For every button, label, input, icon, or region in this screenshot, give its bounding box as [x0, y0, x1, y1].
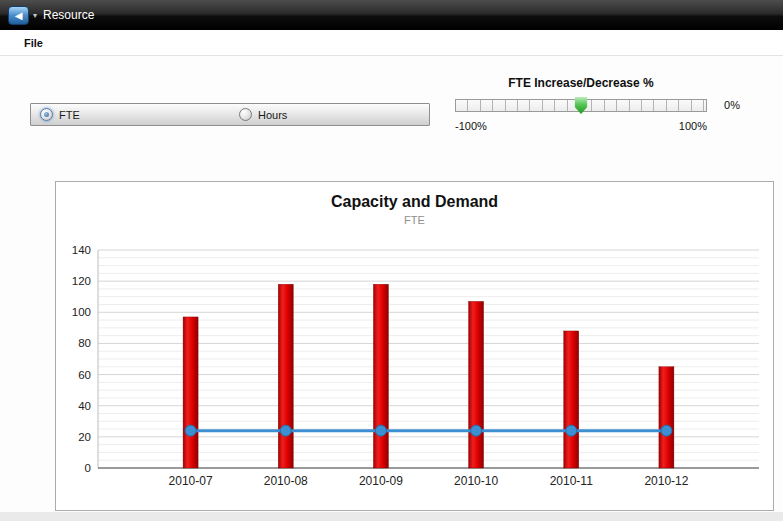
demand-bar-2010-12 [659, 367, 674, 468]
capacity-marker-2010-08 [280, 425, 291, 436]
svg-text:2010-09: 2010-09 [359, 474, 403, 488]
svg-text:140: 140 [72, 244, 91, 256]
svg-text:2010-12: 2010-12 [644, 474, 688, 488]
capacity-marker-2010-12 [661, 425, 672, 436]
radio-icon [40, 108, 53, 121]
capacity-marker-2010-10 [471, 425, 482, 436]
dropdown-caret-icon[interactable]: ▾ [33, 11, 37, 20]
radio-icon [239, 108, 252, 121]
chart-subtitle: FTE [56, 214, 773, 226]
slider-max-label: 100% [679, 120, 707, 132]
fte-adjust-slider-panel: FTE Increase/Decrease % 0% -100% 100% [455, 76, 707, 132]
svg-text:0: 0 [85, 462, 91, 474]
demand-bar-2010-07 [183, 317, 198, 468]
capacity-demand-chart: 0204060801001201402010-072010-082010-092… [56, 226, 773, 504]
window-title: Resource [43, 8, 94, 22]
demand-bar-2010-09 [373, 284, 388, 468]
radio-option-fte[interactable]: FTE [31, 108, 230, 121]
radio-option-label: Hours [258, 109, 287, 121]
svg-text:120: 120 [72, 275, 91, 287]
svg-text:2010-10: 2010-10 [454, 474, 498, 488]
unit-toggle-group: FTE Hours [30, 103, 430, 126]
slider-label: FTE Increase/Decrease % [455, 76, 707, 90]
radio-option-hours[interactable]: Hours [230, 108, 429, 121]
title-bar: ◀ ▾ Resource [0, 0, 783, 30]
chart-panel: Capacity and Demand FTE 0204060801001201… [55, 181, 774, 511]
svg-text:80: 80 [78, 337, 91, 349]
demand-bar-2010-08 [278, 284, 293, 468]
chart-title: Capacity and Demand [56, 193, 773, 211]
demand-bar-2010-11 [564, 331, 579, 468]
menu-file[interactable]: File [20, 35, 47, 51]
svg-text:100: 100 [72, 306, 91, 318]
slider-minmax-labels: -100% 100% [455, 120, 707, 132]
svg-text:40: 40 [78, 400, 91, 412]
slider-value: 0% [724, 99, 740, 111]
radio-option-label: FTE [59, 109, 80, 121]
capacity-marker-2010-09 [375, 425, 386, 436]
svg-text:2010-08: 2010-08 [264, 474, 308, 488]
back-button[interactable]: ◀ [8, 6, 29, 25]
demand-bar-2010-10 [469, 301, 484, 468]
slider-row: 0% [455, 97, 707, 115]
svg-text:2010-11: 2010-11 [550, 474, 593, 488]
capacity-marker-2010-07 [185, 425, 196, 436]
capacity-marker-2010-11 [566, 425, 577, 436]
left-arrow-icon: ◀ [15, 10, 23, 21]
content-area: FTE Hours FTE Increase/Decrease % 0% -10… [0, 56, 783, 521]
resource-app-window: { "titlebar": { "title": "Resource", "ba… [0, 0, 783, 521]
slider-min-label: -100% [455, 120, 487, 132]
menu-bar: File [0, 30, 783, 56]
svg-text:20: 20 [78, 431, 91, 443]
svg-text:2010-07: 2010-07 [169, 474, 213, 488]
svg-text:60: 60 [78, 369, 91, 381]
bottom-strip [0, 512, 783, 521]
